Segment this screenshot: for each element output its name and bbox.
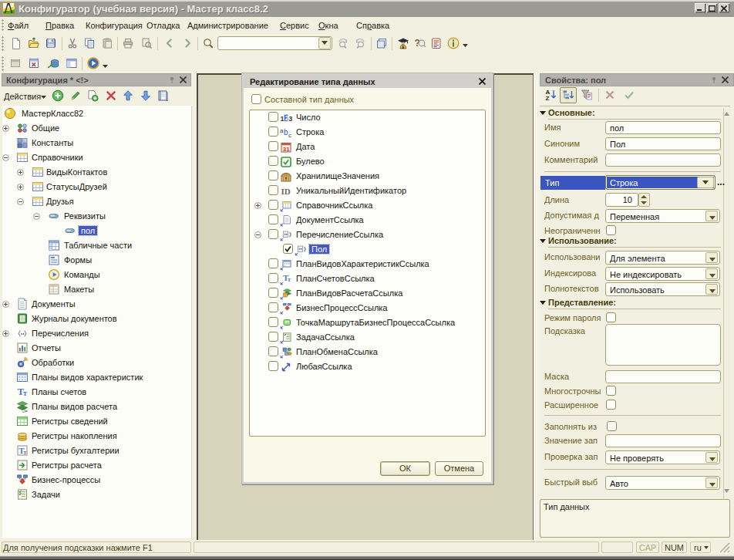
svg-text:1: 1 xyxy=(281,115,285,123)
svg-text:3: 3 xyxy=(288,115,292,123)
svg-text:Z: Z xyxy=(546,95,550,101)
svg-text:т: т xyxy=(288,276,291,283)
svg-text:ID: ID xyxy=(281,187,291,196)
svg-text:т: т xyxy=(23,389,27,397)
svg-text:c: c xyxy=(288,132,291,139)
svg-text:т: т xyxy=(23,449,26,456)
svg-text:31: 31 xyxy=(283,146,290,153)
